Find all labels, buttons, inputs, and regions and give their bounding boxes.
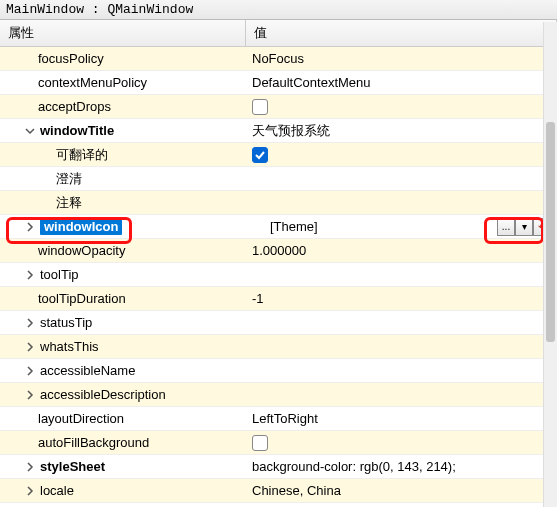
chevron-down-icon[interactable] bbox=[24, 125, 36, 137]
property-row[interactable]: toolTipDuration-1 bbox=[0, 287, 557, 311]
property-value-cell[interactable] bbox=[246, 431, 557, 454]
value-text: 1.000000 bbox=[252, 243, 306, 258]
property-label: toolTipDuration bbox=[38, 291, 126, 306]
property-name-cell[interactable]: toolTipDuration bbox=[0, 287, 246, 310]
property-row[interactable]: contextMenuPolicyDefaultContextMenu bbox=[0, 71, 557, 95]
property-name-cell[interactable]: toolTip bbox=[0, 263, 246, 286]
property-label: toolTip bbox=[40, 267, 79, 282]
property-label: contextMenuPolicy bbox=[38, 75, 147, 90]
property-row[interactable]: autoFillBackground bbox=[0, 431, 557, 455]
property-value-cell[interactable] bbox=[246, 167, 557, 190]
header-value[interactable]: 值 bbox=[246, 20, 557, 46]
property-value-cell[interactable]: Chinese, China bbox=[246, 479, 557, 502]
property-row[interactable]: localeChinese, China bbox=[0, 479, 557, 503]
property-name-cell[interactable]: windowIcon bbox=[0, 215, 246, 238]
property-name-cell[interactable]: windowOpacity bbox=[0, 239, 246, 262]
property-value-cell[interactable]: 1.000000 bbox=[246, 239, 557, 262]
chevron-right-icon[interactable] bbox=[24, 461, 36, 473]
value-text: DefaultContextMenu bbox=[252, 75, 371, 90]
browse-button[interactable]: ... bbox=[497, 218, 515, 236]
property-name-cell[interactable]: styleSheet bbox=[0, 455, 246, 478]
checkbox[interactable] bbox=[252, 99, 268, 115]
property-value-cell[interactable]: NoFocus bbox=[246, 47, 557, 70]
property-row[interactable]: 澄清 bbox=[0, 167, 557, 191]
property-label: 注释 bbox=[56, 194, 82, 212]
property-label: layoutDirection bbox=[38, 411, 124, 426]
property-value-cell[interactable]: -1 bbox=[246, 287, 557, 310]
property-label: focusPolicy bbox=[38, 51, 104, 66]
property-label: accessibleName bbox=[40, 363, 135, 378]
property-label: locale bbox=[40, 483, 74, 498]
property-value-cell[interactable] bbox=[246, 311, 557, 334]
value-text: NoFocus bbox=[252, 51, 304, 66]
value-text: Chinese, China bbox=[252, 483, 341, 498]
chevron-right-icon[interactable] bbox=[24, 389, 36, 401]
property-value-cell[interactable] bbox=[246, 143, 557, 166]
property-row[interactable]: windowTitle天气预报系统 bbox=[0, 119, 557, 143]
property-value-cell[interactable] bbox=[246, 383, 557, 406]
value-text: -1 bbox=[252, 291, 264, 306]
property-name-cell[interactable]: locale bbox=[0, 479, 246, 502]
property-value-cell[interactable] bbox=[246, 191, 557, 214]
property-name-cell[interactable]: accessibleName bbox=[0, 359, 246, 382]
property-label: statusTip bbox=[40, 315, 92, 330]
property-name-cell[interactable]: contextMenuPolicy bbox=[0, 71, 246, 94]
property-value-cell[interactable] bbox=[246, 335, 557, 358]
property-value-cell[interactable]: DefaultContextMenu bbox=[246, 71, 557, 94]
chevron-right-icon[interactable] bbox=[24, 221, 36, 233]
property-name-cell[interactable]: 注释 bbox=[0, 191, 246, 214]
property-label: 澄清 bbox=[56, 170, 82, 188]
property-row[interactable]: 注释 bbox=[0, 191, 557, 215]
property-label: styleSheet bbox=[40, 459, 105, 474]
checkbox[interactable] bbox=[252, 147, 268, 163]
object-class-title: MainWindow : QMainWindow bbox=[0, 0, 557, 20]
property-row[interactable]: styleSheetbackground-color: rgb(0, 143, … bbox=[0, 455, 557, 479]
property-name-cell[interactable]: 澄清 bbox=[0, 167, 246, 190]
property-name-cell[interactable]: whatsThis bbox=[0, 335, 246, 358]
property-name-cell[interactable]: layoutDirection bbox=[0, 407, 246, 430]
chevron-right-icon[interactable] bbox=[24, 341, 36, 353]
property-row[interactable]: toolTip bbox=[0, 263, 557, 287]
property-row[interactable]: layoutDirectionLeftToRight bbox=[0, 407, 557, 431]
property-row[interactable]: focusPolicyNoFocus bbox=[0, 47, 557, 71]
property-name-cell[interactable]: autoFillBackground bbox=[0, 431, 246, 454]
property-row[interactable]: windowIcon[Theme]...▾↶ bbox=[0, 215, 557, 239]
property-value-cell[interactable] bbox=[246, 263, 557, 286]
chevron-right-icon[interactable] bbox=[24, 365, 36, 377]
property-name-cell[interactable]: 可翻译的 bbox=[0, 143, 246, 166]
property-label: windowIcon bbox=[40, 218, 122, 235]
property-row[interactable]: whatsThis bbox=[0, 335, 557, 359]
property-value-cell[interactable]: background-color: rgb(0, 143, 214); bbox=[246, 455, 557, 478]
property-row[interactable]: accessibleName bbox=[0, 359, 557, 383]
property-value-cell[interactable]: LeftToRight bbox=[246, 407, 557, 430]
chevron-right-icon[interactable] bbox=[24, 485, 36, 497]
property-value-cell[interactable]: 天气预报系统 bbox=[246, 119, 557, 142]
property-name-cell[interactable]: accessibleDescription bbox=[0, 383, 246, 406]
property-value-cell[interactable] bbox=[246, 95, 557, 118]
property-value-cell[interactable] bbox=[246, 359, 557, 382]
property-value-cell[interactable]: [Theme]...▾↶ bbox=[246, 215, 557, 238]
value-text: background-color: rgb(0, 143, 214); bbox=[252, 459, 456, 474]
property-grid: focusPolicyNoFocuscontextMenuPolicyDefau… bbox=[0, 47, 557, 503]
chevron-right-icon[interactable] bbox=[24, 317, 36, 329]
property-name-cell[interactable]: focusPolicy bbox=[0, 47, 246, 70]
vertical-scrollbar[interactable] bbox=[543, 22, 557, 507]
table-header: 属性 值 bbox=[0, 20, 557, 47]
property-row[interactable]: 可翻译的 bbox=[0, 143, 557, 167]
value-text: LeftToRight bbox=[252, 411, 318, 426]
property-name-cell[interactable]: windowTitle bbox=[0, 119, 246, 142]
property-label: whatsThis bbox=[40, 339, 99, 354]
header-property[interactable]: 属性 bbox=[0, 20, 246, 46]
checkbox[interactable] bbox=[252, 435, 268, 451]
value-text: 天气预报系统 bbox=[252, 122, 330, 140]
property-name-cell[interactable]: statusTip bbox=[0, 311, 246, 334]
property-name-cell[interactable]: acceptDrops bbox=[0, 95, 246, 118]
property-label: acceptDrops bbox=[38, 99, 111, 114]
scrollbar-thumb[interactable] bbox=[546, 122, 555, 342]
property-row[interactable]: acceptDrops bbox=[0, 95, 557, 119]
property-row[interactable]: statusTip bbox=[0, 311, 557, 335]
property-row[interactable]: windowOpacity1.000000 bbox=[0, 239, 557, 263]
property-row[interactable]: accessibleDescription bbox=[0, 383, 557, 407]
chevron-right-icon[interactable] bbox=[24, 269, 36, 281]
dropdown-button[interactable]: ▾ bbox=[515, 218, 533, 236]
